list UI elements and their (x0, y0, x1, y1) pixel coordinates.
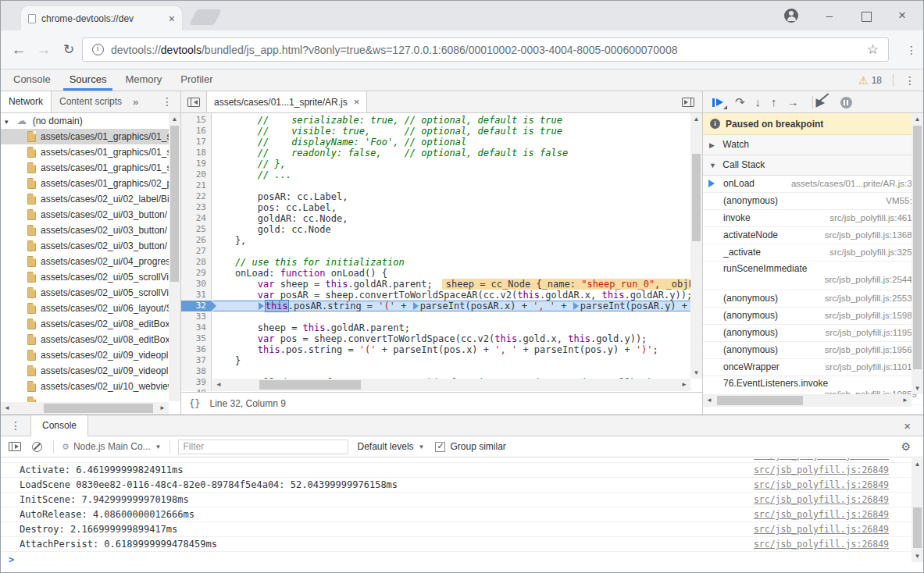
file-tree-item[interactable]: assets/cases/01_graphics/01_s (1, 144, 180, 160)
call-stack-section-header[interactable]: ▼ Call Stack (703, 155, 923, 176)
gutter-line-number[interactable]: 18 (181, 148, 211, 158)
source-location-link[interactable]: src/jsb_polyfill.js:26849 (744, 507, 889, 521)
browser-menu-icon[interactable]: ⋮ (898, 30, 919, 69)
gutter-line-number[interactable]: 26 (181, 235, 211, 246)
file-tree-item[interactable]: assets/cases/02_ui/08_editBox (1, 316, 180, 332)
tab-console[interactable]: Console (7, 69, 57, 91)
file-tree-item[interactable]: assets/cases/01_graphics/01_s (1, 160, 180, 176)
drawer-tab-console[interactable]: Console (30, 415, 88, 436)
source-location-link[interactable]: src/jsb_polyfill.js:26849 (744, 537, 889, 551)
reload-icon[interactable]: ↻ (59, 30, 79, 69)
call-stack-frame[interactable]: (anonymous)src/jsb_polyfill.js:11958 (703, 325, 923, 342)
collapsed-icon[interactable]: ▶ (709, 136, 720, 155)
gutter-line-number[interactable]: 34 (181, 322, 211, 333)
expander-icon[interactable]: ▾ (5, 114, 14, 130)
resume-script-icon[interactable] (712, 98, 725, 107)
frame-location[interactable]: src/jsb_polyfill.js:25442 (723, 275, 917, 284)
browser-tab[interactable]: chrome-devtools://dev × (21, 6, 182, 30)
gutter-line-number[interactable]: 33 (181, 311, 211, 322)
gutter-line-number[interactable]: 30 (181, 279, 211, 290)
file-tree-item[interactable]: assets/cases/02_ui/03_button/ (1, 238, 180, 254)
editor-code-area[interactable]: // serializable: true, // optional, defa… (212, 113, 690, 391)
frame-location[interactable]: src/jsb_polyfill.js:3258 (823, 244, 917, 261)
step-over-icon[interactable]: ↷ (735, 92, 745, 112)
scrollbar-thumb[interactable] (913, 507, 922, 548)
devtools-menu-icon[interactable]: ⋮ (897, 74, 923, 87)
source-location-link[interactable]: src/jsb_polyfill.js:26849 (744, 493, 889, 507)
frame-location[interactable]: src/jsb_polyfill.js:25536 (819, 290, 917, 307)
call-stack-frame[interactable]: invokesrc/jsb_polyfill.js:4610 (703, 210, 923, 227)
file-tree-item[interactable]: assets/cases/01_graphics/02_p (1, 176, 180, 191)
url-bar[interactable]: devtools://devtools/bundled/js_app.html?… (82, 37, 889, 62)
show-console-sidebar-icon[interactable] (9, 442, 21, 451)
drawer-menu-icon[interactable]: ⋮ (1, 415, 30, 436)
drawer-close-icon[interactable]: × (899, 415, 915, 436)
file-tree-item[interactable]: assets/cases/02_ui/05_scrollVi (1, 285, 180, 301)
inline-breakpoint-marker-icon[interactable] (573, 302, 579, 310)
frame-location[interactable]: src/jsb_polyfill.js:15981 (819, 308, 917, 324)
console-filter-input[interactable] (178, 440, 348, 454)
gutter-line-number[interactable]: 24 (181, 213, 211, 224)
gutter-line-number[interactable]: 39 (181, 377, 211, 388)
file-tree-item[interactable]: assets/cases/02_ui/10_webview (1, 379, 180, 394)
file-tree-item[interactable]: assets/cases/02_ui/02_label/Bi (1, 191, 180, 207)
gutter-line-number[interactable]: 19 (181, 158, 211, 169)
scrollbar-thumb[interactable] (717, 396, 803, 405)
file-tree-item[interactable]: assets/cases/01_graphics/01_s (1, 129, 180, 144)
file-tree-item[interactable]: assets/cases/02_ui/09_videopl (1, 363, 180, 379)
gutter-line-number[interactable]: 28 (181, 257, 211, 268)
source-location-link[interactable]: src/jsb_polyfill.js:26849 (744, 458, 889, 462)
console-vertical-scrollbar[interactable]: ▲ ▼ (912, 458, 923, 562)
gutter-line-number[interactable]: 32 (181, 301, 211, 311)
call-stack-frame[interactable]: activateNodesrc/jsb_polyfill.js:13682 (703, 227, 923, 244)
tab-memory[interactable]: Memory (119, 69, 168, 91)
frame-location[interactable]: src/jsb_polyfill.js:13682 (819, 227, 917, 244)
editor-horizontal-scrollbar[interactable]: ◄ ► (212, 379, 690, 391)
group-similar-checkbox[interactable] (435, 442, 445, 452)
gutter-line-number[interactable]: 16 (181, 126, 211, 137)
log-levels-dropdown[interactable]: Default levels ▼ (358, 441, 425, 452)
call-stack-frame[interactable]: runSceneImmediatesrc/jsb_polyfill.js:254… (703, 262, 923, 290)
step-out-icon[interactable]: ↑ (771, 92, 777, 112)
sidebar-vertical-scrollbar[interactable]: ▲ ▼ (912, 113, 923, 394)
editor-tab-close-icon[interactable]: × (354, 96, 360, 108)
file-tree-vertical-scrollbar[interactable]: ▲ (169, 113, 180, 401)
file-tree-horizontal-scrollbar[interactable]: ◄ ► (1, 402, 169, 415)
navigator-menu-icon[interactable]: ⋮ (154, 91, 180, 112)
warning-badge[interactable]: ⚠ 18 (858, 74, 882, 87)
source-location-link[interactable]: src/jsb_polyfill.js:26849 (744, 463, 889, 477)
navigator-tab-network[interactable]: Network (1, 91, 52, 112)
gutter-line-number[interactable]: 25 (181, 224, 211, 235)
gutter-line-number[interactable]: 15 (181, 115, 211, 126)
gutter-line-number[interactable]: 31 (181, 290, 211, 301)
scrollbar-thumb[interactable] (913, 126, 922, 369)
gutter-line-number[interactable]: 27 (181, 246, 211, 257)
gutter-line-number[interactable]: 21 (181, 180, 211, 191)
frame-location[interactable]: src/jsb_polyfill.js:4610 (823, 210, 917, 226)
scrollbar-thumb[interactable] (170, 126, 179, 282)
source-location-link[interactable]: src/jsb_polyfill.js:26849 (744, 522, 889, 536)
pause-on-exceptions-icon[interactable] (840, 97, 852, 109)
gutter-line-number[interactable]: 20 (181, 169, 211, 180)
inline-breakpoint-marker-icon[interactable] (413, 302, 419, 310)
frame-location[interactable]: src/jsb_polyfill.js:11958 (819, 325, 917, 341)
frame-location[interactable]: assets/cases/01...prite/AR.js:32 (785, 176, 917, 192)
inline-breakpoint-marker-icon[interactable] (259, 302, 264, 310)
deactivate-breakpoints-icon[interactable]: ▶ (816, 92, 830, 112)
tab-sources[interactable]: Sources (63, 69, 113, 91)
clear-console-icon[interactable] (32, 442, 42, 452)
file-tree-item[interactable]: assets/cases/02_ui/04_progres (1, 254, 180, 269)
minimize-button[interactable]: – (818, 7, 841, 24)
file-tree-item[interactable]: assets/cases/02_ui/09_videopl (1, 347, 180, 363)
call-stack-frame[interactable]: (anonymous)src/jsb_polyfill.js:15981 (703, 308, 923, 325)
scrollbar-thumb[interactable] (44, 404, 153, 413)
maximize-button[interactable] (854, 7, 878, 24)
call-stack-frame[interactable]: (anonymous)src/jsb_polyfill.js:19568 (703, 342, 923, 359)
gutter-line-number[interactable]: 36 (181, 344, 211, 355)
file-tree-item[interactable]: assets/cases/02_ui/03_button/ (1, 222, 180, 238)
toggle-debugger-sidebar-icon[interactable] (682, 98, 694, 107)
navigator-tab-content-scripts[interactable]: Content scripts (52, 91, 130, 112)
window-close-button[interactable]: × (890, 7, 914, 24)
file-tree-root[interactable]: ▾ ☁ (no domain) (1, 113, 180, 129)
file-tree-item[interactable]: assets/cases/02_ui/06_layout/S (1, 301, 180, 316)
